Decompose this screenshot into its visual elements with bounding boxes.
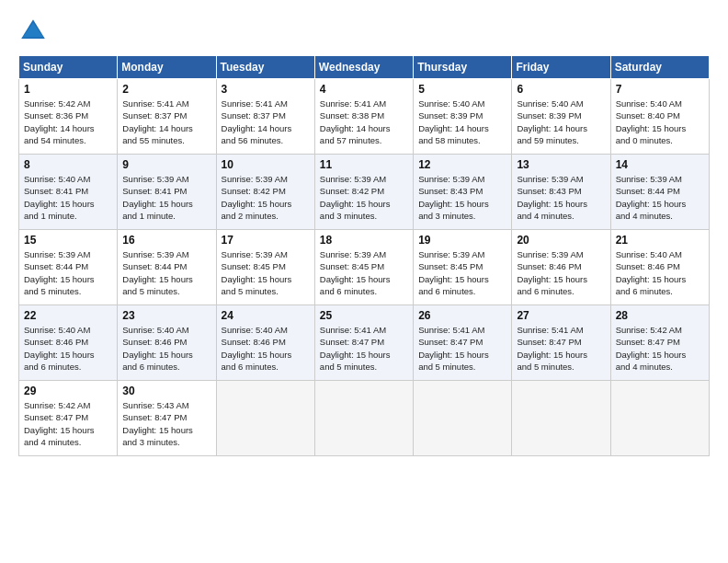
calendar-cell: 25Sunrise: 5:41 AM Sunset: 8:47 PM Dayli… bbox=[314, 305, 413, 381]
calendar-cell: 12Sunrise: 5:39 AM Sunset: 8:43 PM Dayli… bbox=[414, 155, 512, 230]
day-number: 27 bbox=[517, 309, 605, 322]
calendar-cell bbox=[216, 381, 314, 456]
day-number: 25 bbox=[320, 309, 408, 322]
calendar-cell: 20Sunrise: 5:39 AM Sunset: 8:46 PM Dayli… bbox=[512, 230, 610, 305]
day-number: 15 bbox=[24, 234, 112, 247]
weekday-header-wednesday: Wednesday bbox=[314, 56, 413, 79]
day-number: 1 bbox=[24, 83, 112, 96]
calendar-cell: 28Sunrise: 5:42 AM Sunset: 8:47 PM Dayli… bbox=[610, 305, 709, 381]
calendar-cell: 10Sunrise: 5:39 AM Sunset: 8:42 PM Dayli… bbox=[216, 155, 314, 230]
day-number: 10 bbox=[222, 158, 310, 171]
calendar-cell: 22Sunrise: 5:40 AM Sunset: 8:46 PM Dayli… bbox=[19, 305, 118, 381]
day-number: 26 bbox=[418, 309, 506, 322]
day-info: Sunrise: 5:40 AM Sunset: 8:46 PM Dayligh… bbox=[122, 324, 210, 373]
day-info: Sunrise: 5:39 AM Sunset: 8:43 PM Dayligh… bbox=[418, 173, 506, 222]
calendar-cell bbox=[314, 381, 413, 456]
calendar-cell: 6Sunrise: 5:40 AM Sunset: 8:39 PM Daylig… bbox=[512, 79, 610, 155]
calendar-cell: 15Sunrise: 5:39 AM Sunset: 8:44 PM Dayli… bbox=[19, 230, 118, 305]
day-info: Sunrise: 5:41 AM Sunset: 8:47 PM Dayligh… bbox=[418, 324, 506, 373]
day-number: 6 bbox=[517, 83, 605, 96]
day-number: 22 bbox=[24, 309, 112, 322]
calendar-cell: 5Sunrise: 5:40 AM Sunset: 8:39 PM Daylig… bbox=[414, 79, 512, 155]
day-number: 13 bbox=[517, 158, 605, 171]
day-info: Sunrise: 5:39 AM Sunset: 8:44 PM Dayligh… bbox=[122, 248, 210, 297]
calendar-cell: 16Sunrise: 5:39 AM Sunset: 8:44 PM Dayli… bbox=[118, 230, 216, 305]
calendar-cell: 2Sunrise: 5:41 AM Sunset: 8:37 PM Daylig… bbox=[118, 79, 216, 155]
weekday-header-saturday: Saturday bbox=[610, 56, 709, 79]
weekday-header-sunday: Sunday bbox=[19, 56, 118, 79]
calendar-cell: 19Sunrise: 5:39 AM Sunset: 8:45 PM Dayli… bbox=[414, 230, 512, 305]
calendar-cell: 17Sunrise: 5:39 AM Sunset: 8:45 PM Dayli… bbox=[216, 230, 314, 305]
day-number: 21 bbox=[616, 234, 704, 247]
day-info: Sunrise: 5:39 AM Sunset: 8:42 PM Dayligh… bbox=[320, 173, 408, 222]
day-number: 9 bbox=[122, 158, 210, 171]
day-number: 16 bbox=[122, 234, 210, 247]
calendar-cell bbox=[414, 381, 512, 456]
day-info: Sunrise: 5:41 AM Sunset: 8:37 PM Dayligh… bbox=[222, 98, 310, 146]
calendar-cell: 30Sunrise: 5:43 AM Sunset: 8:47 PM Dayli… bbox=[118, 381, 216, 456]
day-info: Sunrise: 5:40 AM Sunset: 8:41 PM Dayligh… bbox=[24, 173, 112, 222]
day-number: 19 bbox=[418, 234, 506, 247]
day-number: 30 bbox=[122, 385, 210, 397]
calendar-cell: 14Sunrise: 5:39 AM Sunset: 8:44 PM Dayli… bbox=[610, 155, 709, 230]
day-info: Sunrise: 5:39 AM Sunset: 8:42 PM Dayligh… bbox=[222, 173, 310, 222]
header bbox=[18, 17, 710, 46]
day-info: Sunrise: 5:41 AM Sunset: 8:38 PM Dayligh… bbox=[320, 98, 408, 146]
day-number: 23 bbox=[122, 309, 210, 322]
calendar-cell bbox=[610, 381, 709, 456]
day-info: Sunrise: 5:40 AM Sunset: 8:46 PM Dayligh… bbox=[24, 324, 112, 373]
day-number: 5 bbox=[418, 83, 506, 96]
calendar-cell: 26Sunrise: 5:41 AM Sunset: 8:47 PM Dayli… bbox=[414, 305, 512, 381]
day-number: 29 bbox=[24, 385, 112, 397]
calendar-cell: 13Sunrise: 5:39 AM Sunset: 8:43 PM Dayli… bbox=[512, 155, 610, 230]
day-info: Sunrise: 5:39 AM Sunset: 8:44 PM Dayligh… bbox=[24, 248, 112, 297]
day-number: 3 bbox=[222, 83, 310, 96]
day-info: Sunrise: 5:41 AM Sunset: 8:47 PM Dayligh… bbox=[320, 324, 408, 373]
day-number: 2 bbox=[122, 83, 210, 96]
svg-marker-1 bbox=[23, 22, 43, 37]
weekday-header-monday: Monday bbox=[118, 56, 216, 79]
day-number: 12 bbox=[418, 158, 506, 171]
calendar-cell: 11Sunrise: 5:39 AM Sunset: 8:42 PM Dayli… bbox=[314, 155, 413, 230]
day-info: Sunrise: 5:40 AM Sunset: 8:39 PM Dayligh… bbox=[517, 98, 605, 146]
day-number: 18 bbox=[320, 234, 408, 247]
calendar-cell: 18Sunrise: 5:39 AM Sunset: 8:45 PM Dayli… bbox=[314, 230, 413, 305]
calendar-cell: 29Sunrise: 5:42 AM Sunset: 8:47 PM Dayli… bbox=[19, 381, 118, 456]
week-row-4: 22Sunrise: 5:40 AM Sunset: 8:46 PM Dayli… bbox=[19, 305, 710, 381]
calendar-table: SundayMondayTuesdayWednesdayThursdayFrid… bbox=[18, 55, 710, 456]
day-info: Sunrise: 5:40 AM Sunset: 8:46 PM Dayligh… bbox=[222, 324, 310, 373]
day-number: 8 bbox=[24, 158, 112, 171]
day-info: Sunrise: 5:39 AM Sunset: 8:45 PM Dayligh… bbox=[222, 248, 310, 297]
calendar-cell bbox=[512, 381, 610, 456]
day-info: Sunrise: 5:41 AM Sunset: 8:37 PM Dayligh… bbox=[122, 98, 210, 146]
calendar-cell: 23Sunrise: 5:40 AM Sunset: 8:46 PM Dayli… bbox=[118, 305, 216, 381]
day-info: Sunrise: 5:41 AM Sunset: 8:47 PM Dayligh… bbox=[517, 324, 605, 373]
calendar-cell: 9Sunrise: 5:39 AM Sunset: 8:41 PM Daylig… bbox=[118, 155, 216, 230]
day-info: Sunrise: 5:42 AM Sunset: 8:36 PM Dayligh… bbox=[24, 98, 112, 146]
logo bbox=[18, 17, 51, 46]
calendar-cell: 27Sunrise: 5:41 AM Sunset: 8:47 PM Dayli… bbox=[512, 305, 610, 381]
day-info: Sunrise: 5:43 AM Sunset: 8:47 PM Dayligh… bbox=[122, 399, 210, 448]
day-info: Sunrise: 5:39 AM Sunset: 8:43 PM Dayligh… bbox=[517, 173, 605, 222]
day-info: Sunrise: 5:40 AM Sunset: 8:46 PM Dayligh… bbox=[616, 248, 704, 297]
calendar-cell: 8Sunrise: 5:40 AM Sunset: 8:41 PM Daylig… bbox=[19, 155, 118, 230]
day-number: 20 bbox=[517, 234, 605, 247]
page: SundayMondayTuesdayWednesdayThursdayFrid… bbox=[0, 0, 728, 563]
day-info: Sunrise: 5:39 AM Sunset: 8:44 PM Dayligh… bbox=[616, 173, 704, 222]
day-number: 17 bbox=[222, 234, 310, 247]
calendar-cell: 7Sunrise: 5:40 AM Sunset: 8:40 PM Daylig… bbox=[610, 79, 709, 155]
calendar-cell: 4Sunrise: 5:41 AM Sunset: 8:38 PM Daylig… bbox=[314, 79, 413, 155]
week-row-2: 8Sunrise: 5:40 AM Sunset: 8:41 PM Daylig… bbox=[19, 155, 710, 230]
week-row-1: 1Sunrise: 5:42 AM Sunset: 8:36 PM Daylig… bbox=[19, 79, 710, 155]
week-row-5: 29Sunrise: 5:42 AM Sunset: 8:47 PM Dayli… bbox=[19, 381, 710, 456]
calendar-cell: 24Sunrise: 5:40 AM Sunset: 8:46 PM Dayli… bbox=[216, 305, 314, 381]
calendar-cell: 21Sunrise: 5:40 AM Sunset: 8:46 PM Dayli… bbox=[610, 230, 709, 305]
day-number: 7 bbox=[616, 83, 704, 96]
day-info: Sunrise: 5:39 AM Sunset: 8:41 PM Dayligh… bbox=[122, 173, 210, 222]
day-info: Sunrise: 5:42 AM Sunset: 8:47 PM Dayligh… bbox=[616, 324, 704, 373]
day-info: Sunrise: 5:40 AM Sunset: 8:39 PM Dayligh… bbox=[418, 98, 506, 146]
day-number: 4 bbox=[320, 83, 408, 96]
weekday-header-friday: Friday bbox=[512, 56, 610, 79]
day-info: Sunrise: 5:42 AM Sunset: 8:47 PM Dayligh… bbox=[24, 399, 112, 448]
day-info: Sunrise: 5:39 AM Sunset: 8:45 PM Dayligh… bbox=[418, 248, 506, 297]
